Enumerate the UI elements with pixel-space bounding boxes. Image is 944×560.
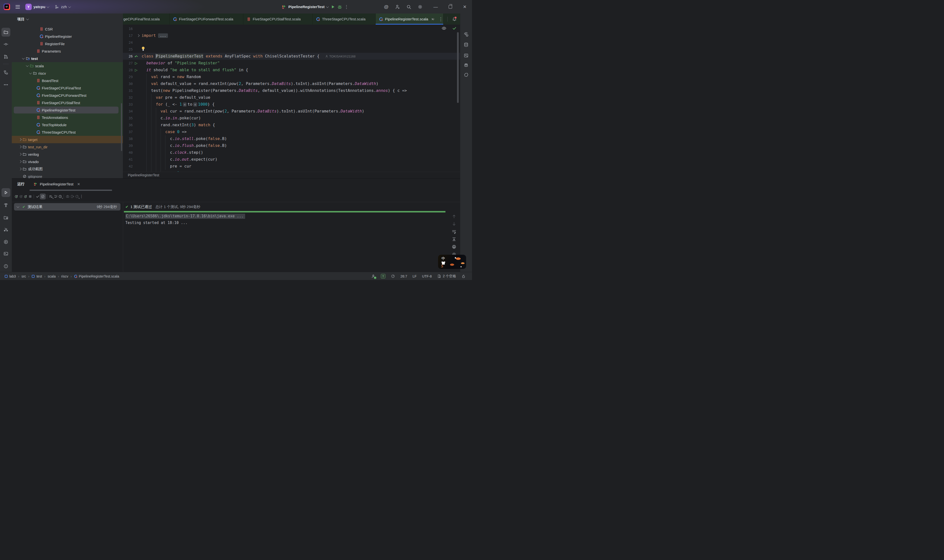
- caret-position[interactable]: 26:7: [401, 274, 407, 278]
- rerun-auto-button[interactable]: [23, 194, 28, 200]
- tool-polygon-button[interactable]: [462, 71, 470, 79]
- code-editor[interactable]: 1617import ...242526✔class PipelineRegis…: [123, 25, 460, 172]
- console-output[interactable]: C:\Users\26586\.jdks\temurin-17.0.16\bin…: [125, 213, 245, 226]
- tree-item-PipelineRegister[interactable]: PipelineRegister: [12, 33, 123, 40]
- tree-scrollbar[interactable]: [121, 103, 122, 151]
- tree-item-verilog[interactable]: verilog: [12, 151, 123, 158]
- file-encoding[interactable]: UTF-8: [422, 274, 432, 278]
- code-line-33[interactable]: 33 for (_ <- 1≤to≤1000) {: [123, 101, 460, 108]
- tool-robot-button[interactable]: [462, 61, 470, 69]
- tree-item-ThreeStageCPUTest[interactable]: ThreeStageCPUTest: [12, 128, 123, 136]
- code-with-me-icon[interactable]: [371, 274, 375, 278]
- run-config-name[interactable]: PipelineRegisterTest: [288, 5, 324, 9]
- more-actions-button[interactable]: ⋮: [344, 5, 349, 9]
- debug-button[interactable]: [337, 5, 342, 9]
- chevron-icon[interactable]: [26, 64, 29, 67]
- tree-item-FiveStageCPUStallTest[interactable]: FiveStageCPUStallTest: [12, 99, 123, 106]
- run-button[interactable]: [330, 5, 335, 9]
- tab-options-kebab[interactable]: ⋮: [438, 17, 443, 22]
- status-crumb-src[interactable]: src: [22, 274, 26, 278]
- stop-button[interactable]: [28, 194, 32, 200]
- project-widget[interactable]: Y yatcpu: [25, 4, 49, 10]
- tree-item-RegisterFile[interactable]: RegisterFile: [12, 40, 123, 48]
- tool-more-button[interactable]: [2, 80, 10, 89]
- lock-icon[interactable]: [461, 274, 466, 278]
- search-icon[interactable]: [406, 5, 411, 9]
- tool-database-button[interactable]: [462, 40, 470, 49]
- indent-setting[interactable]: 2 个空格: [437, 274, 456, 278]
- code-line-32[interactable]: 32 var pre = default_value: [123, 94, 460, 101]
- code-line-28[interactable]: 28▷ it should "be able to stall and flus…: [123, 66, 460, 74]
- tool-pull-requests-button[interactable]: [2, 52, 10, 61]
- rerun-button[interactable]: [14, 194, 19, 200]
- status-crumb-riscv[interactable]: riscv: [61, 274, 68, 278]
- code-line-38[interactable]: 38 c.io.stall.poke(false.B): [123, 135, 460, 142]
- tree-item-PipelineRegisterTest[interactable]: PipelineRegisterTest: [12, 106, 123, 114]
- tool-build-button[interactable]: [2, 201, 10, 209]
- code-line-31[interactable]: 31 test(new PipelineRegister(Parameters.…: [123, 87, 460, 94]
- clock-button[interactable]: [58, 194, 62, 200]
- editor-breadcrumb[interactable]: PipelineRegisterTest: [128, 173, 159, 177]
- close-icon[interactable]: ✕: [77, 182, 80, 186]
- chevron-icon[interactable]: [19, 168, 22, 170]
- tab-ThreeStageCPUTest.scala[interactable]: ThreeStageCPUTest.scala: [313, 14, 376, 25]
- code-line-24[interactable]: 24: [123, 39, 460, 46]
- tool-tools-button[interactable]: [2, 225, 10, 234]
- code-line-42[interactable]: 42 pre = cur: [123, 163, 460, 170]
- run-test-gutter-icon[interactable]: ▷: [134, 60, 139, 66]
- ai-assistant-icon[interactable]: @: [384, 5, 389, 9]
- code-line-27[interactable]: 27▷ behavior of "Pipeline Register": [123, 60, 460, 66]
- tree-item-FiveStageCPUFinalTest[interactable]: FiveStageCPUFinalTest: [12, 84, 123, 92]
- status-crumb-scala[interactable]: scala: [48, 274, 56, 278]
- tree-item-CSR[interactable]: CSR: [12, 25, 123, 33]
- code-line-40[interactable]: 40 c.clock.step(): [123, 149, 460, 156]
- inspections-ok-icon[interactable]: [452, 26, 457, 31]
- tree-item-test[interactable]: test: [12, 55, 123, 62]
- tab-FiveStageCPUStallTest.scala[interactable]: FiveStageCPUStallTest.scala: [244, 14, 313, 25]
- tool-structure-button[interactable]: [2, 68, 10, 77]
- tool-project-button[interactable]: [2, 28, 10, 37]
- branch-widget[interactable]: zzh: [54, 5, 70, 9]
- restore-button[interactable]: [449, 5, 452, 9]
- tab-geCPUFinalTest.scala[interactable]: geCPUFinalTest.scala: [123, 14, 170, 25]
- chevron-icon[interactable]: [29, 71, 32, 74]
- code-line-16[interactable]: 16: [123, 25, 460, 32]
- test-results-row[interactable]: ✔ 测试结果 9秒 294毫秒: [14, 203, 120, 211]
- main-menu-button[interactable]: [15, 5, 20, 9]
- tool-problems-button[interactable]: [2, 262, 10, 271]
- tree-item-BoardTest[interactable]: BoardTest: [12, 77, 123, 84]
- kebab-button[interactable]: ⋮: [79, 194, 84, 200]
- code-line-36[interactable]: 36 rand.nextInt(3) match {: [123, 122, 460, 128]
- line-ending[interactable]: LF: [412, 274, 416, 278]
- run-tab[interactable]: PipelineRegisterTest ✕: [34, 182, 80, 186]
- tree-item-riscv[interactable]: riscv: [12, 69, 123, 77]
- sort-in-button[interactable]: [53, 194, 58, 200]
- tree-item-TestAnnotations[interactable]: TestAnnotations: [12, 114, 123, 121]
- tree-item-TestTopModule[interactable]: TestTopModule: [12, 121, 123, 128]
- code-line-26[interactable]: 26✔class PipelineRegisterTest extends An…: [123, 53, 460, 60]
- translation-badge[interactable]: T: [381, 274, 386, 278]
- down-icon[interactable]: [452, 222, 457, 226]
- check-filter-button[interactable]: [35, 194, 40, 200]
- tree-item-Parameters[interactable]: Parameters: [12, 48, 123, 55]
- run-tabs-scrollbar[interactable]: [29, 189, 112, 191]
- tree-item-vivado[interactable]: vivado: [12, 158, 123, 165]
- tree-item-scala[interactable]: scala: [12, 62, 123, 69]
- chevron-icon[interactable]: [19, 153, 22, 155]
- gauge-button[interactable]: [74, 194, 79, 200]
- code-line-34[interactable]: 34 val cur = rand.nextInt(pow(2, Paramet…: [123, 108, 460, 115]
- chevron-icon[interactable]: [19, 160, 22, 163]
- code-line-25[interactable]: 25: [123, 46, 460, 53]
- tool-run-button[interactable]: [2, 188, 10, 197]
- hidden-tabs-chevron[interactable]: [432, 17, 434, 20]
- scroll-end-icon[interactable]: [452, 237, 457, 242]
- tool-terminal-button[interactable]: [2, 249, 10, 258]
- tree-item-成功截图[interactable]: 成功截图: [12, 165, 123, 173]
- tree-item-test_run_dir[interactable]: test_run_dir: [12, 143, 123, 151]
- sort-down-button[interactable]: [48, 194, 53, 200]
- export-button[interactable]: [70, 194, 74, 200]
- code-analysis-gauge-icon[interactable]: [391, 274, 395, 278]
- code-line-41[interactable]: 41 c.io.out.expect(cur): [123, 156, 460, 163]
- minimize-button[interactable]: —: [433, 5, 438, 9]
- close-button[interactable]: ✕: [463, 5, 467, 9]
